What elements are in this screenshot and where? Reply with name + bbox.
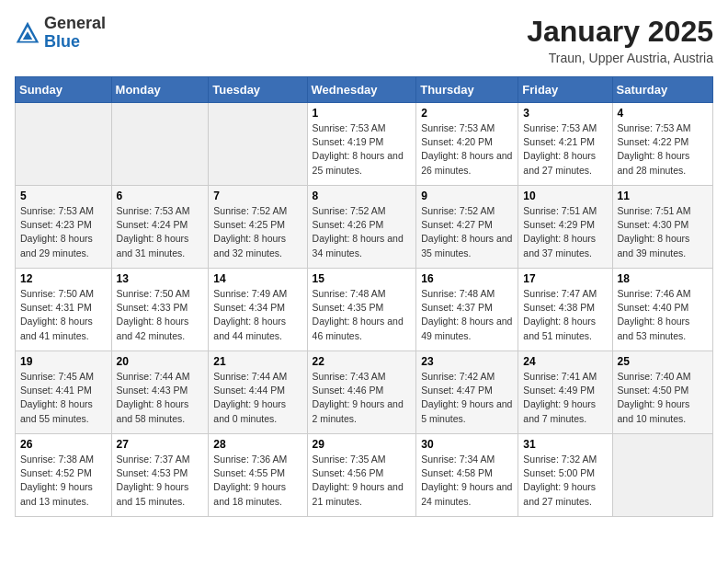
day-number: 8	[313, 190, 412, 202]
calendar-cell: 11Sunrise: 7:51 AM Sunset: 4:30 PM Dayli…	[612, 186, 712, 269]
day-info: Sunrise: 7:48 AM Sunset: 4:35 PM Dayligh…	[313, 287, 412, 343]
day-number: 21	[213, 355, 301, 368]
day-number: 14	[213, 272, 301, 285]
calendar-cell: 17Sunrise: 7:47 AM Sunset: 4:38 PM Dayli…	[518, 269, 612, 351]
day-info: Sunrise: 7:41 AM Sunset: 4:49 PM Dayligh…	[523, 370, 607, 426]
calendar-cell: 28Sunrise: 7:36 AM Sunset: 4:55 PM Dayli…	[209, 434, 307, 517]
page-header: General Blue January 2025 Traun, Upper A…	[15, 15, 713, 65]
calendar-cell: 12Sunrise: 7:50 AM Sunset: 4:31 PM Dayli…	[16, 269, 112, 351]
day-info: Sunrise: 7:53 AM Sunset: 4:22 PM Dayligh…	[618, 121, 708, 178]
day-number: 12	[20, 272, 107, 285]
calendar-cell	[111, 103, 209, 186]
day-number: 30	[421, 438, 513, 451]
calendar-cell: 4Sunrise: 7:53 AM Sunset: 4:22 PM Daylig…	[612, 103, 712, 186]
day-info: Sunrise: 7:53 AM Sunset: 4:20 PM Dayligh…	[421, 121, 513, 178]
calendar-table: SundayMondayTuesdayWednesdayThursdayFrid…	[15, 76, 713, 517]
day-number: 23	[421, 355, 513, 368]
calendar-cell	[209, 103, 307, 186]
weekday-header-monday: Monday	[111, 77, 209, 103]
day-number: 9	[421, 190, 513, 202]
day-number: 1	[313, 107, 412, 120]
day-number: 7	[213, 190, 301, 202]
calendar-title: January 2025	[527, 15, 713, 49]
day-info: Sunrise: 7:53 AM Sunset: 4:24 PM Dayligh…	[117, 204, 204, 260]
day-number: 28	[213, 438, 301, 451]
calendar-cell: 2Sunrise: 7:53 AM Sunset: 4:20 PM Daylig…	[416, 103, 518, 186]
day-info: Sunrise: 7:48 AM Sunset: 4:37 PM Dayligh…	[421, 287, 513, 343]
calendar-cell: 10Sunrise: 7:51 AM Sunset: 4:29 PM Dayli…	[518, 186, 612, 269]
day-info: Sunrise: 7:52 AM Sunset: 4:27 PM Dayligh…	[421, 204, 513, 260]
day-number: 26	[20, 438, 107, 451]
weekday-header-wednesday: Wednesday	[307, 77, 416, 103]
day-number: 13	[117, 272, 204, 285]
day-number: 10	[523, 190, 607, 202]
day-info: Sunrise: 7:46 AM Sunset: 4:40 PM Dayligh…	[618, 287, 708, 343]
day-info: Sunrise: 7:44 AM Sunset: 4:43 PM Dayligh…	[117, 370, 204, 426]
day-info: Sunrise: 7:53 AM Sunset: 4:21 PM Dayligh…	[523, 121, 607, 178]
day-number: 31	[523, 438, 607, 451]
day-number: 29	[313, 438, 412, 451]
day-number: 6	[117, 190, 204, 202]
day-number: 16	[421, 272, 513, 285]
calendar-cell: 29Sunrise: 7:35 AM Sunset: 4:56 PM Dayli…	[307, 434, 416, 517]
calendar-cell: 20Sunrise: 7:44 AM Sunset: 4:43 PM Dayli…	[111, 351, 209, 434]
day-number: 27	[117, 438, 204, 451]
day-info: Sunrise: 7:35 AM Sunset: 4:56 PM Dayligh…	[313, 453, 412, 509]
day-info: Sunrise: 7:52 AM Sunset: 4:26 PM Dayligh…	[313, 204, 412, 260]
day-info: Sunrise: 7:51 AM Sunset: 4:29 PM Dayligh…	[523, 204, 607, 260]
day-number: 15	[313, 272, 412, 285]
calendar-cell: 16Sunrise: 7:48 AM Sunset: 4:37 PM Dayli…	[416, 269, 518, 351]
calendar-cell: 25Sunrise: 7:40 AM Sunset: 4:50 PM Dayli…	[612, 351, 712, 434]
calendar-cell: 13Sunrise: 7:50 AM Sunset: 4:33 PM Dayli…	[111, 269, 209, 351]
logo-icon	[15, 20, 40, 46]
calendar-cell: 23Sunrise: 7:42 AM Sunset: 4:47 PM Dayli…	[416, 351, 518, 434]
day-number: 24	[523, 355, 607, 368]
weekday-header-sunday: Sunday	[16, 77, 112, 103]
calendar-cell: 22Sunrise: 7:43 AM Sunset: 4:46 PM Dayli…	[307, 351, 416, 434]
day-info: Sunrise: 7:40 AM Sunset: 4:50 PM Dayligh…	[618, 370, 708, 426]
calendar-cell: 8Sunrise: 7:52 AM Sunset: 4:26 PM Daylig…	[307, 186, 416, 269]
calendar-cell: 9Sunrise: 7:52 AM Sunset: 4:27 PM Daylig…	[416, 186, 518, 269]
calendar-cell: 18Sunrise: 7:46 AM Sunset: 4:40 PM Dayli…	[612, 269, 712, 351]
logo: General Blue	[15, 15, 106, 52]
day-info: Sunrise: 7:52 AM Sunset: 4:25 PM Dayligh…	[213, 204, 301, 260]
calendar-cell: 3Sunrise: 7:53 AM Sunset: 4:21 PM Daylig…	[518, 103, 612, 186]
calendar-cell: 24Sunrise: 7:41 AM Sunset: 4:49 PM Dayli…	[518, 351, 612, 434]
calendar-cell: 7Sunrise: 7:52 AM Sunset: 4:25 PM Daylig…	[209, 186, 307, 269]
day-info: Sunrise: 7:50 AM Sunset: 4:31 PM Dayligh…	[20, 287, 107, 343]
day-number: 11	[618, 190, 708, 202]
weekday-header-friday: Friday	[518, 77, 612, 103]
day-info: Sunrise: 7:53 AM Sunset: 4:23 PM Dayligh…	[20, 204, 107, 260]
calendar-cell: 21Sunrise: 7:44 AM Sunset: 4:44 PM Dayli…	[209, 351, 307, 434]
calendar-cell	[612, 434, 712, 517]
weekday-header-tuesday: Tuesday	[209, 77, 307, 103]
logo-general: General	[44, 15, 106, 33]
calendar-cell: 15Sunrise: 7:48 AM Sunset: 4:35 PM Dayli…	[307, 269, 416, 351]
day-info: Sunrise: 7:42 AM Sunset: 4:47 PM Dayligh…	[421, 370, 513, 426]
day-info: Sunrise: 7:53 AM Sunset: 4:19 PM Dayligh…	[313, 121, 412, 178]
day-info: Sunrise: 7:43 AM Sunset: 4:46 PM Dayligh…	[313, 370, 412, 426]
day-info: Sunrise: 7:44 AM Sunset: 4:44 PM Dayligh…	[213, 370, 301, 426]
week-row-4: 19Sunrise: 7:45 AM Sunset: 4:41 PM Dayli…	[16, 351, 713, 434]
day-number: 3	[523, 107, 607, 120]
calendar-cell	[16, 103, 112, 186]
calendar-cell: 19Sunrise: 7:45 AM Sunset: 4:41 PM Dayli…	[16, 351, 112, 434]
day-info: Sunrise: 7:49 AM Sunset: 4:34 PM Dayligh…	[213, 287, 301, 343]
calendar-cell: 6Sunrise: 7:53 AM Sunset: 4:24 PM Daylig…	[111, 186, 209, 269]
calendar-cell: 30Sunrise: 7:34 AM Sunset: 4:58 PM Dayli…	[416, 434, 518, 517]
day-number: 4	[618, 107, 708, 120]
day-info: Sunrise: 7:50 AM Sunset: 4:33 PM Dayligh…	[117, 287, 204, 343]
day-info: Sunrise: 7:34 AM Sunset: 4:58 PM Dayligh…	[421, 453, 513, 509]
logo-text: General Blue	[44, 15, 106, 52]
day-number: 20	[117, 355, 204, 368]
calendar-cell: 27Sunrise: 7:37 AM Sunset: 4:53 PM Dayli…	[111, 434, 209, 517]
calendar-cell: 14Sunrise: 7:49 AM Sunset: 4:34 PM Dayli…	[209, 269, 307, 351]
day-info: Sunrise: 7:51 AM Sunset: 4:30 PM Dayligh…	[618, 204, 708, 260]
calendar-cell: 26Sunrise: 7:38 AM Sunset: 4:52 PM Dayli…	[16, 434, 112, 517]
weekday-header-thursday: Thursday	[416, 77, 518, 103]
day-info: Sunrise: 7:38 AM Sunset: 4:52 PM Dayligh…	[20, 453, 107, 509]
day-number: 19	[20, 355, 107, 368]
day-number: 18	[618, 272, 708, 285]
day-info: Sunrise: 7:47 AM Sunset: 4:38 PM Dayligh…	[523, 287, 607, 343]
calendar-cell: 31Sunrise: 7:32 AM Sunset: 5:00 PM Dayli…	[518, 434, 612, 517]
